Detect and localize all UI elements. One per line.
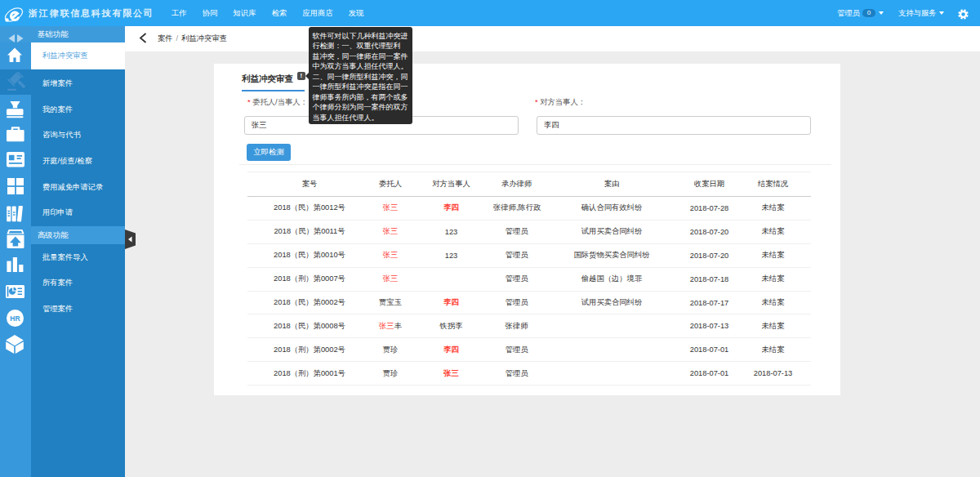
svg-text:HR: HR [10, 314, 20, 323]
